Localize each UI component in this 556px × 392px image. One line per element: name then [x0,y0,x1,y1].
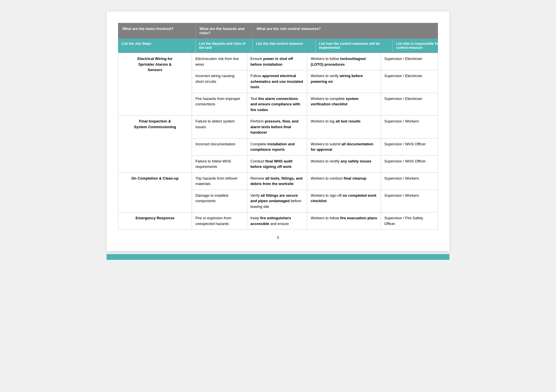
implement-rectify: Workers to rectify any safety issues [307,155,381,172]
implement-evacuation: Workers to follow fire evacuation plans [307,212,381,230]
risk-table: Electrical Wiring forSprinkler Alarms &S… [118,53,438,230]
responsible-7: Supervisor / Workers [381,172,438,190]
sub-header: List the Job Steps List the Hazards and … [118,39,438,53]
hazard-fire: Fire hazards from improper connections [192,93,247,116]
hazard-electrocution: Electrocution risk from live wires [192,53,247,70]
hazard-damage: Damage to installed components [192,190,247,212]
implement-verify-wiring: Workers to verify wiring before powering… [307,70,381,93]
responsible-2: Supervisor / Electrician [381,70,438,93]
main-header-col1: What are the tasks involved? [118,23,195,39]
responsible-4: Supervisor / Workers [381,116,438,138]
responsible-6: Supervisor / WHS Officer [381,155,438,172]
control-audit: Conduct final WHS audit before signing o… [247,155,307,172]
responsible-3: Supervisor / Electrician [381,93,438,116]
control-pressure: Perform pressure, flow, and alarm tests … [247,116,307,138]
sub-header-col4: List how the control measures will be im… [315,39,393,53]
hazard-explosion: Fire or explosion from unexpected hazard… [192,212,247,230]
responsible-5: Supervisor / WHS Officer [381,138,438,155]
control-power: Ensure power is shut off before installa… [247,53,307,70]
hazard-whs: Failure to follow WHS requirements [192,155,247,172]
control-schematics: Follow approved electrical schematics an… [247,70,307,93]
responsible-1: Supervisor / Electrician [381,53,438,70]
table-row: Electrical Wiring forSprinkler Alarms &S… [118,53,438,70]
main-header-col2: What are the hazards and risks? [195,23,253,39]
sub-header-col3: List the risk control measure [253,39,315,53]
sub-header-col5: List who is responsible for the control … [393,39,453,53]
hazard-wiring: Incorrect wiring causing short circuits [192,70,247,93]
main-header-col3: What are the risk control measures? [253,23,438,39]
table-row: On Completion & Clean-up Trip hazards fr… [118,172,438,190]
sub-header-col2: List the Hazards and risks of the task [195,39,253,53]
responsible-9: Supervisor / Fire Safety Officer [381,212,438,230]
implement-loto: Workers to follow lockout/tagout (LOTO) … [307,53,381,70]
control-compliance: Complete installation and compliance rep… [247,138,307,155]
page-number: 5 [118,235,438,240]
control-fire-alarm: Test fire alarm connections and ensure c… [247,93,307,116]
job-step-electrical: Electrical Wiring forSprinkler Alarms &S… [118,53,192,116]
table-row: Emergency Response Fire or explosion fro… [118,212,438,230]
job-step-completion: On Completion & Clean-up [118,172,192,212]
implement-verification: Workers to complete system verification … [307,93,381,116]
hazard-documentation: Incorrect documentation [192,138,247,155]
hazard-trip: Trip hazards from leftover materials [192,172,247,190]
implement-log: Workers to log all test results [307,116,381,138]
job-step-inspection: Final Inspection &System Commissioning [118,116,192,173]
implement-signoff: Workers to sign off on completed work ch… [307,190,381,212]
control-verify-fittings: Verify all fittings are secure and pipes… [247,190,307,212]
responsible-8: Supervisor / Workers [381,190,438,212]
hazard-detect: Failure to detect system issues [192,116,247,138]
job-step-emergency: Emergency Response [118,212,192,230]
control-remove: Remove all tools, fittings, and debris f… [247,172,307,190]
teal-footer-bar [107,254,449,260]
implement-submit: Workers to submit all documentation for … [307,138,381,155]
page-container: What are the tasks involved? What are th… [107,11,449,251]
sub-header-col1: List the Job Steps [118,39,195,53]
implement-cleanup: Workers to conduct final cleanup [307,172,381,190]
table-row: Final Inspection &System Commissioning F… [118,116,438,138]
main-header: What are the tasks involved? What are th… [118,23,438,39]
control-extinguisher: Keep fire extinguishers accessible and e… [247,212,307,230]
